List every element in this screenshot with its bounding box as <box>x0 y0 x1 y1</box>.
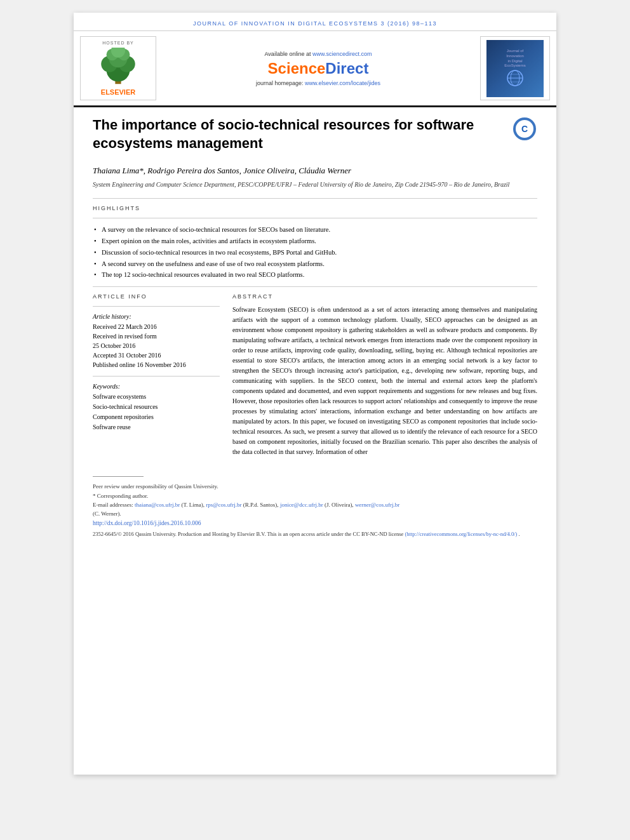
main-content: The importance of socio-technical resour… <box>74 107 556 463</box>
hosted-by-text: HOSTED BY <box>102 41 133 45</box>
email1-link[interactable]: thaiana@cos.ufrj.br <box>135 502 180 508</box>
email3-name: (J. Oliveira), <box>325 502 354 508</box>
abstract-col: ABSTRACT Software Ecosystem (SECO) is of… <box>232 293 537 457</box>
highlights-list: A survey on the relevance of socio-techn… <box>93 225 537 280</box>
elsevier-label: ELSEVIER <box>101 88 135 96</box>
email4-link[interactable]: werner@cos.ufrj.br <box>355 502 399 508</box>
right-banner: Journal of Innovation in Digital EcoSyst… <box>480 36 550 100</box>
affiliation-line: System Engineering and Computer Science … <box>93 180 537 189</box>
highlight-item-5: The top 12 socio-technical resources eva… <box>93 270 537 280</box>
divider-1 <box>93 198 537 199</box>
footer-divider <box>93 476 144 477</box>
footer-section: Peer review under responsibility of Qass… <box>74 482 556 545</box>
license-text: 2352-6645/© 2016 Qassim University. Prod… <box>93 530 537 539</box>
journal-homepage-link[interactable]: www.elsevier.com/locate/jides <box>305 80 380 86</box>
email2-link[interactable]: rps@cos.ufrj.br <box>206 502 241 508</box>
highlights-label: HIGHLIGHTS <box>93 205 537 211</box>
email1-name: (T. Lima), <box>182 502 205 508</box>
revised-label: Received in revised form <box>93 331 220 341</box>
peer-review-text: Peer review under responsibility of Qass… <box>93 482 537 491</box>
doi-link[interactable]: http://dx.doi.org/10.1016/j.jides.2016.1… <box>93 519 537 528</box>
article-info-title: ARTICLE INFO <box>93 293 220 300</box>
sciencedirect-url-link[interactable]: www.sciencedirect.com <box>312 51 372 57</box>
keyword-1: Software ecosystems <box>93 392 220 402</box>
sciencedirect-logo: ScienceDirect <box>268 60 369 77</box>
keywords-list: Software ecosystems Socio-technical reso… <box>93 392 220 432</box>
emails-label: E-mail addresses: <box>93 502 133 508</box>
page: Journal of Innovation in Digital Ecosyst… <box>74 13 556 775</box>
article-history-label: Article history: <box>93 313 220 320</box>
email-addresses-line: E-mail addresses: thaiana@cos.ufrj.br (T… <box>93 500 537 509</box>
abstract-title: ABSTRACT <box>232 293 537 300</box>
keyword-3: Component repositories <box>93 412 220 422</box>
highlight-item-4: A second survey on the usefulness and ea… <box>93 259 537 269</box>
email2-name: (R.P.d. Santos), <box>243 502 279 508</box>
abstract-text: Software Ecosystem (SECO) is often under… <box>232 305 537 457</box>
revised-date: 25 October 2016 <box>93 341 220 350</box>
journal-homepage-text: journal homepage: www.elsevier.com/locat… <box>256 80 380 86</box>
article-title-section: The importance of socio-technical resour… <box>93 116 537 157</box>
divider-info <box>93 306 220 307</box>
journal-header-bar: Journal of Innovation in Digital Ecosyst… <box>74 13 556 31</box>
article-info-col: ARTICLE INFO Article history: Received 2… <box>93 293 220 457</box>
divider-keywords <box>93 376 220 377</box>
journal-cover-image: Journal of Innovation in Digital EcoSyst… <box>486 40 544 97</box>
authors-line: Thaiana Lima*, Rodrigo Pereira dos Santo… <box>93 165 537 177</box>
journal-title-text: Journal of Innovation in Digital Ecosyst… <box>193 20 437 27</box>
received-date: Received 22 March 2016 <box>93 322 220 331</box>
corresponding-text: * Corresponding author. <box>93 491 537 500</box>
article-title: The importance of socio-technical resour… <box>93 116 512 152</box>
crossmark-badge-icon: C <box>512 116 537 142</box>
email4-name-line: (C. Werner). <box>93 509 537 518</box>
cover-globe-icon <box>496 69 534 88</box>
elsevier-tree-icon <box>93 48 144 86</box>
elsevier-logo-box: HOSTED BY ELSEVIER <box>80 36 156 100</box>
svg-text:C: C <box>521 124 528 134</box>
center-banner: Available online at www.sciencedirect.co… <box>161 36 475 100</box>
keywords-label: Keywords: <box>93 383 220 390</box>
highlight-item-3: Discussion of socio-technical resources … <box>93 248 537 258</box>
published-date: Published online 16 November 2016 <box>93 360 220 370</box>
top-banner: HOSTED BY ELSEVIER Available online at w… <box>74 31 556 107</box>
divider-3 <box>93 286 537 287</box>
license-link[interactable]: (http://creativecommons.org/licenses/by-… <box>405 531 517 537</box>
highlight-item-1: A survey on the relevance of socio-techn… <box>93 225 537 235</box>
accepted-date: Accepted 31 October 2016 <box>93 350 220 360</box>
two-col-section: ARTICLE INFO Article history: Received 2… <box>93 293 537 457</box>
keyword-2: Socio-technical resources <box>93 402 220 412</box>
email3-link[interactable]: jonice@dcc.ufrj.br <box>280 502 323 508</box>
divider-2 <box>93 218 537 218</box>
highlight-item-2: Expert opinion on the main roles, activi… <box>93 236 537 246</box>
keyword-4: Software reuse <box>93 422 220 432</box>
available-online-text: Available online at www.sciencedirect.co… <box>265 51 372 57</box>
